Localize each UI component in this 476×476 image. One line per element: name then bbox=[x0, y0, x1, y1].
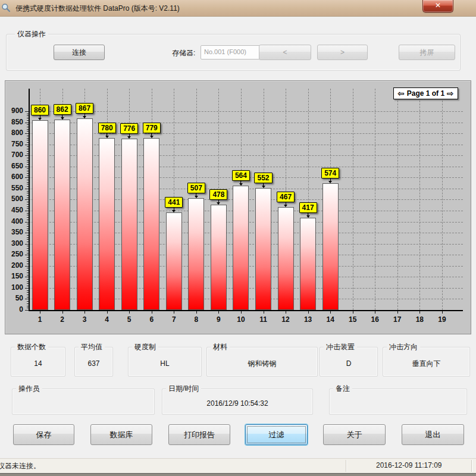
y-axis-label: 450 bbox=[5, 206, 23, 214]
close-button[interactable]: ✕ bbox=[422, 0, 453, 12]
x-axis-label: 13 bbox=[299, 315, 317, 324]
bar bbox=[143, 138, 159, 310]
value-pointer-arrow-icon bbox=[217, 202, 220, 205]
x-axis-label: 18 bbox=[411, 315, 428, 324]
page-next-icon[interactable]: ⇨ bbox=[447, 89, 454, 98]
value-pointer-arrow-icon bbox=[83, 116, 86, 118]
status-message: 仪器未连接。 bbox=[0, 461, 40, 471]
x-axis-tick bbox=[330, 311, 331, 314]
page-indicator: ⇦ Page 1 of 1 ⇨ bbox=[393, 87, 458, 99]
x-axis-label: 10 bbox=[232, 315, 250, 324]
copy-screen-button[interactable]: 拷屏 bbox=[399, 45, 455, 60]
v-gridline bbox=[375, 89, 375, 310]
bar bbox=[121, 139, 137, 310]
close-icon: ✕ bbox=[435, 1, 441, 10]
page-prev-icon[interactable]: ⇦ bbox=[397, 89, 405, 98]
y-axis-label: 700 bbox=[5, 151, 23, 159]
bar-value-label: 779 bbox=[128, 123, 176, 138]
exit-button[interactable]: 退出 bbox=[402, 424, 464, 445]
x-axis-label: 3 bbox=[76, 315, 93, 324]
filter-button[interactable]: 过滤 bbox=[245, 424, 308, 445]
instrument-group-label: 仪器操作 bbox=[15, 30, 48, 39]
x-axis-label: 4 bbox=[98, 315, 116, 324]
field-impact-direction-value: 垂直向下 bbox=[412, 355, 441, 369]
x-axis-label: 14 bbox=[321, 315, 339, 324]
field-impact-direction: 冲击方向 垂直向下 bbox=[383, 347, 470, 377]
v-gridline bbox=[442, 89, 443, 310]
statusbar-divider bbox=[346, 460, 346, 472]
field-datetime: 日期/时间 2016/12/9 10:54:32 bbox=[162, 389, 313, 415]
x-axis-tick bbox=[353, 311, 353, 314]
x-axis-label: 1 bbox=[31, 315, 49, 324]
x-axis-label: 12 bbox=[277, 315, 295, 324]
field-average-label: 平均值 bbox=[79, 343, 105, 352]
bar bbox=[211, 205, 227, 310]
field-data-count-value: 14 bbox=[34, 356, 42, 368]
bar-value-text: 574 bbox=[321, 168, 339, 178]
x-axis-label: 6 bbox=[143, 315, 161, 324]
y-axis-label: 350 bbox=[5, 228, 23, 236]
value-pointer-arrow-icon bbox=[262, 186, 265, 188]
y-axis-label: 750 bbox=[5, 140, 23, 148]
save-button[interactable]: 保存 bbox=[13, 424, 74, 445]
field-datetime-label: 日期/时间 bbox=[166, 384, 201, 393]
app-window: { "window": { "title": "便携式硬度计数据处理软件 Dat… bbox=[0, 0, 476, 476]
bar bbox=[233, 186, 249, 310]
field-impact-device-value: D bbox=[346, 356, 352, 368]
x-axis-tick bbox=[218, 311, 219, 314]
memory-select[interactable]: No.001 (F000) ▾ bbox=[201, 45, 265, 60]
x-axis-tick bbox=[107, 311, 108, 314]
y-axis-label: 300 bbox=[5, 239, 23, 248]
database-button[interactable]: 数据库 bbox=[90, 424, 152, 445]
x-axis-label: 17 bbox=[389, 315, 406, 324]
memory-select-value: No.001 (F000) bbox=[204, 48, 246, 55]
bar-value-label: 552 bbox=[240, 173, 287, 188]
bar-chart: 0501001502002503003504004505005506006507… bbox=[5, 81, 471, 334]
x-axis-tick bbox=[241, 311, 242, 314]
print-report-button[interactable]: 打印报告 bbox=[168, 424, 230, 445]
field-impact-device-label: 冲击装置 bbox=[324, 343, 357, 352]
v-gridline bbox=[397, 89, 398, 310]
bar-value-text: 552 bbox=[254, 173, 272, 183]
bar-value-text: 441 bbox=[165, 197, 183, 208]
bar bbox=[77, 118, 93, 310]
next-memory-button[interactable]: > bbox=[317, 45, 368, 60]
field-material: 材料 钢和铸钢 bbox=[206, 347, 318, 377]
x-axis-tick bbox=[174, 311, 174, 314]
bar bbox=[188, 198, 204, 310]
x-axis-tick bbox=[397, 311, 398, 314]
y-axis-label: 200 bbox=[5, 261, 23, 270]
x-axis-label: 5 bbox=[120, 315, 138, 324]
statusbar-datetime: 2016-12-09 11:17:09 bbox=[376, 461, 442, 469]
field-average: 平均值 637 bbox=[74, 347, 113, 377]
x-axis-tick bbox=[264, 311, 264, 314]
field-operator-label: 操作员 bbox=[16, 384, 42, 393]
x-axis-tick bbox=[152, 311, 152, 314]
status-bar: 仪器未连接。 2016-12-09 11:17:09 bbox=[0, 458, 476, 473]
prev-memory-button[interactable]: < bbox=[259, 45, 311, 60]
x-axis-label: 19 bbox=[433, 315, 451, 324]
x-axis-tick bbox=[196, 311, 197, 314]
field-datetime-value: 2016/12/9 10:54:32 bbox=[206, 396, 268, 408]
x-axis-tick bbox=[40, 311, 40, 314]
about-button[interactable]: 关于 bbox=[323, 424, 386, 445]
bar-value-text: 779 bbox=[143, 123, 161, 133]
x-axis-tick bbox=[84, 311, 85, 314]
connect-button[interactable]: 连接 bbox=[54, 45, 105, 60]
y-axis-label: 600 bbox=[5, 173, 23, 181]
bar-value-text: 417 bbox=[299, 202, 317, 213]
y-axis-label: 0 bbox=[5, 305, 23, 314]
y-axis-label: 500 bbox=[5, 195, 23, 203]
x-axis-tick bbox=[62, 311, 63, 314]
title-bar: 便携式硬度计数据处理软件 DataPro (版本号: V2.11) ✕ bbox=[0, 0, 476, 17]
bar-value-label: 574 bbox=[306, 168, 354, 183]
x-axis-tick bbox=[419, 311, 420, 314]
bar-value-text: 478 bbox=[209, 189, 227, 200]
value-pointer-arrow-icon bbox=[306, 215, 310, 218]
field-hardness-scale-label: 硬度制 bbox=[132, 343, 158, 352]
y-axis-label: 800 bbox=[5, 129, 23, 137]
value-pointer-arrow-icon bbox=[150, 136, 154, 138]
x-axis-label: 15 bbox=[344, 315, 362, 324]
x-axis-tick bbox=[442, 311, 443, 314]
bar-value-text: 467 bbox=[277, 192, 295, 202]
